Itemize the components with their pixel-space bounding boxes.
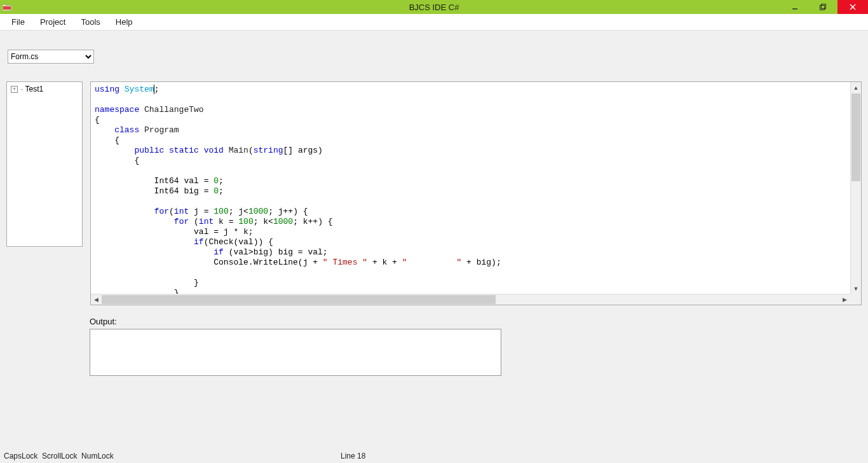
maximize-button[interactable] (809, 0, 837, 14)
minimize-button[interactable] (780, 0, 809, 14)
project-tree[interactable]: + ·· Test1 (6, 81, 83, 247)
vertical-scroll-thumb[interactable] (851, 93, 860, 181)
horizontal-scroll-thumb[interactable] (102, 295, 496, 304)
svg-line-6 (850, 4, 855, 10)
output-label: Output: (90, 317, 862, 326)
status-numlock: NumLock (81, 452, 114, 460)
statusbar: CapsLock ScrollLock NumLock Line 18 (0, 450, 868, 463)
svg-line-7 (850, 4, 855, 10)
svg-rect-5 (822, 4, 826, 9)
expand-icon[interactable]: + (11, 86, 18, 93)
status-line: Line 18 (341, 452, 365, 460)
horizontal-scrollbar[interactable]: ◀ ▶ (91, 294, 850, 305)
scroll-up-icon[interactable]: ▲ (851, 82, 861, 93)
svg-rect-4 (820, 6, 825, 10)
status-scrolllock: ScrollLock (42, 452, 77, 460)
app-icon (2, 3, 12, 11)
file-selector: Form.cs (8, 50, 862, 64)
tree-root-row[interactable]: + ·· Test1 (11, 85, 78, 93)
scroll-right-icon[interactable]: ▶ (839, 294, 850, 305)
titlebar[interactable]: BJCS IDE C# (0, 0, 868, 14)
scroll-corner (850, 294, 861, 305)
menu-file[interactable]: File (4, 15, 32, 29)
window-title: BJCS IDE C# (409, 3, 459, 12)
window-controls (780, 0, 868, 14)
code-editor[interactable]: using System; namespace ChallangeTwo { c… (90, 81, 862, 305)
tree-root-label: Test1 (25, 85, 44, 93)
vertical-scrollbar[interactable]: ▲ ▼ (850, 82, 861, 294)
svg-rect-1 (3, 4, 6, 6)
output-textbox[interactable] (90, 329, 501, 376)
menu-tools[interactable]: Tools (73, 15, 107, 29)
menu-project[interactable]: Project (32, 15, 73, 29)
file-select-dropdown[interactable]: Form.cs (8, 50, 94, 64)
menu-help[interactable]: Help (108, 15, 140, 29)
status-capslock: CapsLock (4, 452, 37, 460)
close-button[interactable] (837, 0, 868, 14)
code-editor-content[interactable]: using System; namespace ChallangeTwo { c… (91, 82, 861, 296)
tree-connector: ·· (20, 86, 23, 93)
scroll-left-icon[interactable]: ◀ (91, 294, 102, 305)
scroll-down-icon[interactable]: ▼ (851, 283, 861, 294)
menubar: File Project Tools Help (0, 14, 868, 31)
svg-rect-2 (3, 6, 11, 10)
